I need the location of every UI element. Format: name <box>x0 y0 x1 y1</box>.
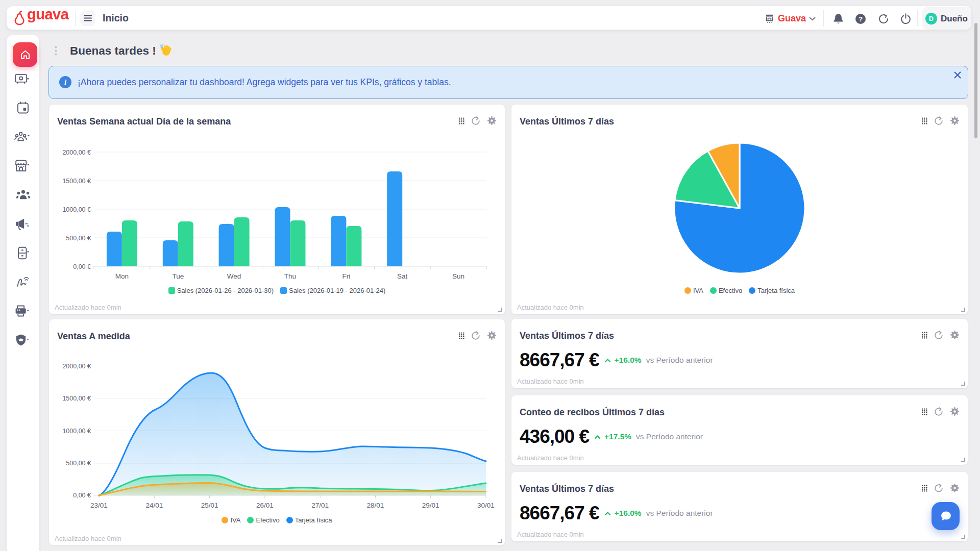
svg-text:500,00 €: 500,00 € <box>66 235 91 242</box>
svg-text:Sun: Sun <box>452 272 464 280</box>
svg-text:2000,00 €: 2000,00 € <box>62 363 91 370</box>
svg-text:28/01: 28/01 <box>367 502 384 509</box>
svg-text:Sat: Sat <box>397 272 408 280</box>
svg-text:Thu: Thu <box>284 272 296 280</box>
svg-text:2000,00 €: 2000,00 € <box>62 149 91 156</box>
svg-text:Fri: Fri <box>342 272 351 280</box>
svg-text:26/01: 26/01 <box>256 502 274 509</box>
svg-text:25/01: 25/01 <box>201 502 218 509</box>
svg-text:0,00 €: 0,00 € <box>73 492 91 499</box>
svg-text:1500,00 €: 1500,00 € <box>62 395 91 402</box>
svg-text:23/01: 23/01 <box>90 502 108 509</box>
svg-text:30/01: 30/01 <box>477 502 495 509</box>
svg-text:?: ? <box>859 15 863 23</box>
svg-text:1000,00 €: 1000,00 € <box>62 428 91 435</box>
svg-text:Wed: Wed <box>227 272 241 280</box>
svg-text:0,00 €: 0,00 € <box>73 263 91 270</box>
svg-text:Tue: Tue <box>172 272 184 280</box>
svg-text:500,00 €: 500,00 € <box>66 460 91 467</box>
svg-text:Mon: Mon <box>115 272 129 280</box>
svg-text:24/01: 24/01 <box>145 502 163 509</box>
svg-text:29/01: 29/01 <box>422 502 439 509</box>
svg-text:1000,00 €: 1000,00 € <box>62 206 91 213</box>
svg-text:27/01: 27/01 <box>311 502 329 509</box>
svg-text:1500,00 €: 1500,00 € <box>62 178 91 185</box>
